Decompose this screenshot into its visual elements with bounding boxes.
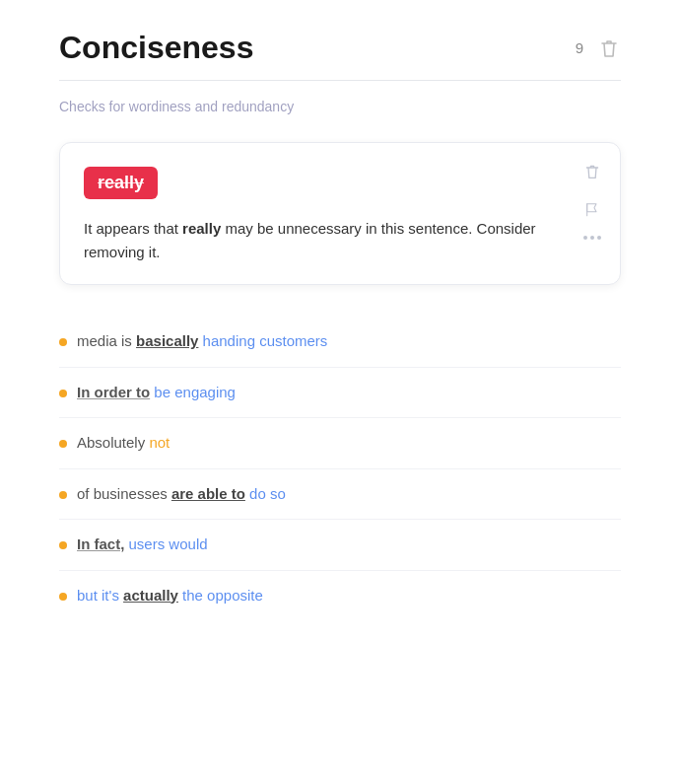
desc-pre: It appears that <box>84 220 182 237</box>
list-item[interactable]: media is basically handing customers <box>59 317 621 368</box>
list-item[interactable]: of businesses are able to do so <box>59 469 621 521</box>
list-item[interactable]: Absolutely not <box>59 418 621 469</box>
card-actions <box>582 161 602 240</box>
flagged-word: really <box>84 167 158 199</box>
header-divider <box>59 80 621 81</box>
suggestions-list: media is basically handing customers In … <box>59 317 621 620</box>
desc-bold: really <box>182 220 221 237</box>
subtitle: Checks for wordiness and redundancy <box>59 99 621 114</box>
item-text: Absolutely not <box>77 432 170 455</box>
card-description: It appears that really may be unnecessar… <box>84 217 537 264</box>
card-more-button[interactable] <box>583 236 601 240</box>
count-badge: 9 <box>576 39 583 56</box>
bullet-icon <box>59 440 67 448</box>
card-delete-button[interactable] <box>582 161 602 182</box>
suggestion-card: really It appears that really may be unn… <box>59 142 621 285</box>
bullet-icon <box>59 541 67 549</box>
page-title: Conciseness <box>59 30 253 66</box>
bullet-icon <box>59 491 67 499</box>
list-item[interactable]: but it's actually the opposite <box>59 571 621 621</box>
item-text: In fact, users would <box>77 534 208 556</box>
item-text: media is basically handing customers <box>77 330 327 353</box>
item-text: but it's actually the opposite <box>77 585 263 607</box>
page-header: Conciseness 9 <box>59 30 621 66</box>
bullet-icon <box>59 593 67 601</box>
item-text: In order to be engaging <box>77 382 236 404</box>
list-item[interactable]: In fact, users would <box>59 520 621 571</box>
delete-all-button[interactable] <box>597 36 621 61</box>
card-flag-button[interactable] <box>582 198 602 220</box>
item-text: of businesses are able to do so <box>77 483 286 506</box>
bullet-icon <box>59 390 67 397</box>
list-item[interactable]: In order to be engaging <box>59 368 621 419</box>
bullet-icon <box>59 338 67 346</box>
header-actions: 9 <box>576 36 621 61</box>
